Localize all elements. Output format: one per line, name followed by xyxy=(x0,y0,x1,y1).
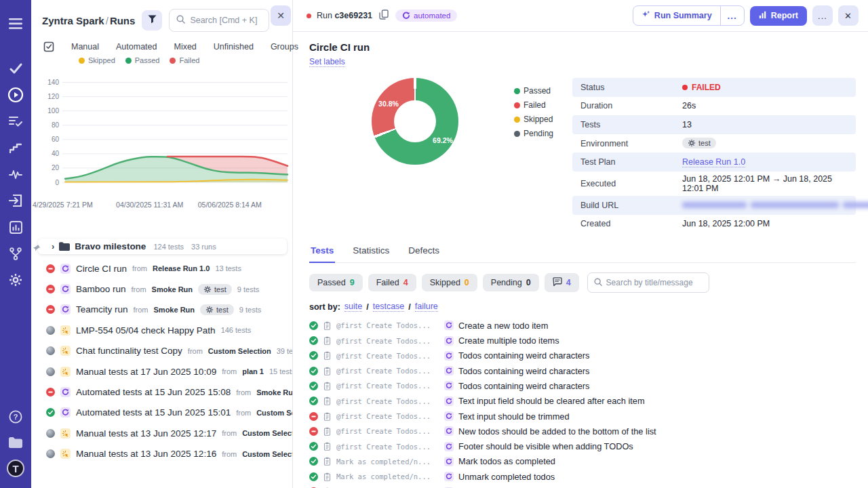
runs-search-input[interactable] xyxy=(190,16,262,25)
tab-manual[interactable]: Manual xyxy=(71,42,99,52)
run-list-item[interactable]: Manual tests at 13 Jun 2025 12:17 from C… xyxy=(31,423,292,443)
tab-defects[interactable]: Defects xyxy=(407,245,441,262)
test-row[interactable]: Mark as completed/n... Unmark completed … xyxy=(309,469,856,484)
filter-chip-passed[interactable]: Passed 9 xyxy=(309,274,363,291)
panel-close-button[interactable]: ✕ xyxy=(271,5,291,26)
filter-chip-pending[interactable]: Pending 0 xyxy=(483,274,539,291)
analytics-icon[interactable] xyxy=(0,214,31,240)
more-actions-button[interactable]: ... xyxy=(812,5,833,26)
run-summary-button[interactable]: Run Summary xyxy=(633,6,720,25)
automated-run-icon xyxy=(444,336,454,346)
sort-by-testcase[interactable]: testcase xyxy=(373,302,405,312)
comments-filter-chip[interactable]: 4 xyxy=(545,273,579,292)
tests-check-icon[interactable] xyxy=(0,56,31,81)
milestones-steps-icon[interactable] xyxy=(0,135,31,161)
test-row[interactable]: @first Create Todos... Text input field … xyxy=(309,394,856,409)
traceability-branch-icon[interactable] xyxy=(0,241,31,266)
milestone-row[interactable]: › Bravo milestone 124 tests 33 runs xyxy=(38,239,287,254)
breadcrumb-project[interactable]: Zyntra Spark xyxy=(42,15,104,26)
chevron-right-icon[interactable]: › xyxy=(52,241,54,251)
logo-t[interactable]: T xyxy=(0,455,31,481)
test-row[interactable]: Mark as completed/n... Mark todos as com… xyxy=(309,454,856,469)
filter-chip-failed[interactable]: Failed 4 xyxy=(368,274,416,291)
svg-text:120: 120 xyxy=(47,93,59,100)
run-info-row: ExecutedJun 18, 2025 12:01 PM → Jun 18, … xyxy=(572,171,856,196)
tab-mixed[interactable]: Mixed xyxy=(174,42,196,52)
test-row[interactable]: @first Create Todos... Create a new todo… xyxy=(309,318,856,333)
test-row[interactable]: @first Create Todos... New todos should … xyxy=(309,424,856,439)
automated-run-icon xyxy=(444,351,454,361)
sort-by-failure[interactable]: failure xyxy=(415,302,438,312)
test-suite: @first Create Todos... xyxy=(336,367,439,375)
report-button[interactable]: Report xyxy=(750,6,807,26)
info-value: 26s xyxy=(682,101,850,110)
test-suite: @first Create Todos... xyxy=(336,427,439,435)
pulse-icon[interactable] xyxy=(0,161,31,187)
tab-groups[interactable]: Groups xyxy=(271,42,298,52)
set-labels-link[interactable]: Set labels xyxy=(309,57,345,67)
info-value xyxy=(682,202,868,208)
help-icon[interactable]: ? xyxy=(0,404,31,430)
run-from-label: from xyxy=(134,306,149,314)
donut-label-passed: 69.2% xyxy=(433,136,453,144)
run-name: Automated tests at 15 Jun 2025 15:08 xyxy=(76,387,231,397)
run-list-item[interactable]: Chat functinality test Copy from Custom … xyxy=(31,341,292,361)
run-list-item[interactable]: LMP-554 05/04 check Happy Path 146 tests xyxy=(31,320,292,340)
run-list-item[interactable]: Manual tests at 13 Jun 2025 12:16 from C… xyxy=(31,444,292,464)
test-status-icon xyxy=(309,442,318,451)
run-source: plan 1 xyxy=(242,367,264,375)
test-status-icon xyxy=(309,367,318,375)
filter-button[interactable] xyxy=(142,10,162,30)
test-row[interactable]: @first Create Todos... Todos containing … xyxy=(309,378,856,393)
test-row[interactable]: @first Create Todos... Todos containing … xyxy=(309,348,856,363)
run-list-item[interactable]: Teamcity run from Smoke Run test 9 tests xyxy=(31,300,292,320)
tab-tests[interactable]: Tests xyxy=(309,245,335,263)
donut-label-failed: 30.8% xyxy=(378,100,399,108)
filter-chip-skipped[interactable]: Skipped 0 xyxy=(422,274,477,291)
test-row[interactable]: @first Create Todos... Text input should… xyxy=(309,409,856,424)
run-summary-more-button[interactable]: ... xyxy=(720,6,744,25)
test-row[interactable]: @first Create Todos... Todos containing … xyxy=(309,363,856,378)
run-list-item[interactable]: Manual tests at 17 Jun 2025 10:09 from p… xyxy=(31,361,292,382)
test-plans-icon[interactable] xyxy=(0,108,31,134)
settings-gear-icon[interactable] xyxy=(0,267,31,293)
test-search-input[interactable] xyxy=(606,278,703,287)
run-list-item[interactable]: Bamboo run from Smoke Run test 9 tests xyxy=(31,279,292,299)
test-row[interactable]: @first Create Todos... Footer should be … xyxy=(309,439,856,454)
automated-run-icon xyxy=(444,472,454,481)
automated-run-icon xyxy=(444,321,454,330)
projects-folder-icon[interactable] xyxy=(0,430,31,455)
comment-icon xyxy=(553,277,562,288)
run-detail-topbar: Run c3e69231 automated Run Summary ... R… xyxy=(293,0,868,32)
tab-unfinished[interactable]: Unfinished xyxy=(214,42,254,52)
run-status-icon xyxy=(46,429,55,438)
copy-run-id-button[interactable] xyxy=(378,8,390,23)
test-row[interactable]: @first Create Todos... Create multiple t… xyxy=(309,333,856,348)
trend-chart-legend: SkippedPassedFailed xyxy=(31,56,290,64)
run-source: Custom Selection xyxy=(256,409,292,417)
select-all-icon[interactable] xyxy=(43,41,54,52)
run-list-item[interactable]: Automated tests at 15 Jun 2025 15:01 fro… xyxy=(31,403,292,423)
test-row[interactable]: Mark as completed/n... Mark all todos as… xyxy=(309,484,856,488)
import-icon[interactable] xyxy=(0,188,31,214)
menu-icon[interactable] xyxy=(0,11,31,37)
svg-text:80: 80 xyxy=(52,121,60,129)
run-list-item[interactable]: Automated tests at 15 Jun 2025 15:08 fro… xyxy=(31,382,292,402)
run-from-label: from xyxy=(236,409,251,417)
test-suite: @first Create Todos... xyxy=(336,382,439,390)
pin-icon xyxy=(33,243,41,253)
test-status-icon xyxy=(309,396,318,405)
test-plan-link[interactable]: Release Run 1.0 xyxy=(682,157,745,167)
tab-automated[interactable]: Automated xyxy=(116,42,157,52)
run-list-item[interactable]: Circle CI run from Release Run 1.0 13 te… xyxy=(31,258,292,279)
bar-chart-icon xyxy=(759,11,767,21)
tab-statistics[interactable]: Statistics xyxy=(351,245,391,262)
run-overview: 30.8% 69.2% PassedFailedSkippedPending S… xyxy=(309,78,856,233)
sort-by-suite[interactable]: suite xyxy=(344,302,362,312)
test-title: Todos containing weird characters xyxy=(458,381,589,391)
close-detail-button[interactable]: ✕ xyxy=(838,5,859,26)
run-tests-count: 13 tests xyxy=(215,264,241,272)
runs-panel: Zyntra Spark/Runs ✕ Manual Automated Mix… xyxy=(31,0,293,488)
run-type-icon xyxy=(60,346,71,356)
runs-play-icon[interactable] xyxy=(0,82,31,108)
